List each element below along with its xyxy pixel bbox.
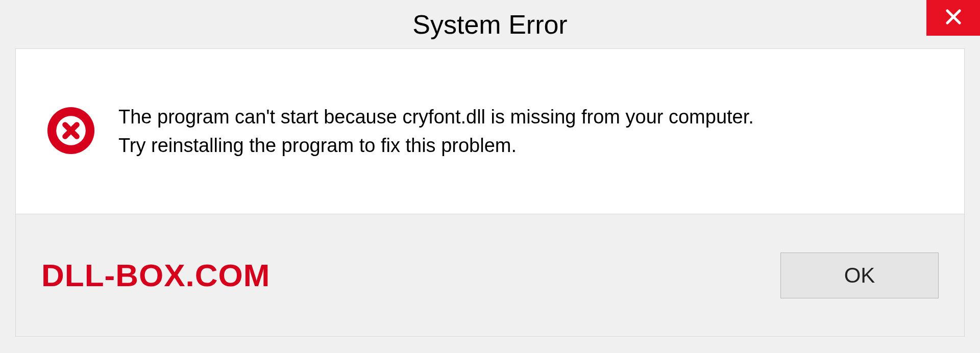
close-icon <box>944 8 963 28</box>
title-bar: System Error <box>0 0 980 48</box>
error-icon <box>46 106 95 157</box>
watermark-text: DLL-BOX.COM <box>41 257 270 293</box>
footer-bar: DLL-BOX.COM OK <box>15 214 965 337</box>
ok-button[interactable]: OK <box>780 253 939 298</box>
error-message: The program can't start because cryfont.… <box>118 103 754 159</box>
dialog-title: System Error <box>412 9 567 40</box>
error-message-line1: The program can't start because cryfont.… <box>118 103 754 131</box>
error-message-line2: Try reinstalling the program to fix this… <box>118 132 754 160</box>
close-button[interactable] <box>926 0 980 36</box>
content-panel: The program can't start because cryfont.… <box>15 48 965 214</box>
